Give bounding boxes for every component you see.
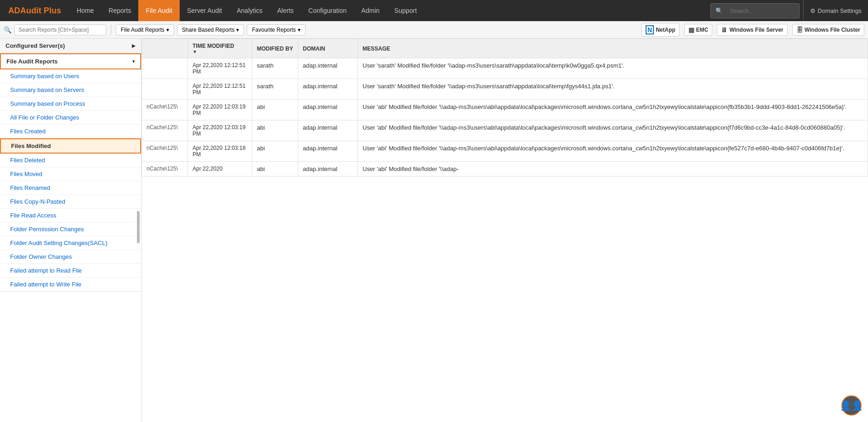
main-layout: Configured Server(s) ▶ File Audit Report… — [0, 39, 868, 422]
sort-arrow-icon: ▼ — [193, 49, 247, 54]
nav-admin[interactable]: Admin — [354, 0, 387, 21]
sidebar-item-failed-read[interactable]: Failed attempt to Read File — [0, 264, 141, 278]
col-message: MESSAGE — [358, 39, 868, 58]
col-domain: DOMAIN — [298, 39, 358, 58]
cell-modified-by: sarath — [252, 58, 298, 79]
sidebar-item-files-modified[interactable]: Files Modified — [0, 138, 141, 154]
sidebar-item-summary-servers[interactable]: Summary based on Servers — [0, 83, 141, 97]
chevron-down-icon: ▾ — [298, 27, 301, 33]
col-file — [142, 39, 188, 58]
top-search-input[interactable] — [726, 6, 790, 16]
nav-server-audit[interactable]: Server Audit — [180, 0, 229, 21]
sidebar-item-files-copy-paste[interactable]: Files Copy-N-Pasted — [0, 195, 141, 209]
table-row: nCache\125\ Apr 22,2020 abi adap.interna… — [142, 162, 868, 177]
cell-domain: adap.internal — [298, 141, 358, 162]
cell-message: User 'sarath' Modified file/folder '\\ad… — [358, 58, 868, 79]
chevron-down-icon: ▾ — [132, 59, 135, 64]
sidebar-item-folder-owner[interactable]: Folder Owner Changes — [0, 250, 141, 264]
cell-message: User 'abi' Modified file/folder '\\adap-… — [358, 100, 868, 120]
cell-time: Apr 22,2020 12:12:51 PM — [188, 79, 252, 100]
sidebar-item-folder-permission[interactable]: Folder Permission Changes — [0, 222, 141, 236]
brand-logo[interactable]: ADAudit Plus — [0, 6, 69, 16]
cell-domain: adap.internal — [298, 100, 358, 120]
file-audit-reports-section-header[interactable]: File Audit Reports ▾ — [0, 53, 141, 69]
cell-domain: adap.internal — [298, 162, 358, 177]
nav-alerts[interactable]: Alerts — [270, 0, 301, 21]
cell-domain: adap.internal — [298, 79, 358, 100]
nav-items: Home Reports File Audit Server Audit Ana… — [69, 0, 710, 21]
cell-message: User 'abi' Modified file/folder '\\adap-… — [358, 120, 868, 141]
chevron-right-icon: ▶ — [132, 43, 136, 48]
cell-file — [142, 58, 188, 79]
cell-domain: adap.internal — [298, 58, 358, 79]
sidebar-item-summary-process[interactable]: Summary based on Process — [0, 97, 141, 111]
chevron-down-icon: ▾ — [166, 27, 169, 33]
search-reports-input[interactable] — [14, 24, 106, 35]
windows-file-cluster-logo[interactable]: 🗄 Windows File Cluster — [792, 24, 864, 36]
domain-settings-button[interactable]: ⚙ Domain Settings — [803, 0, 868, 21]
sidebar-item-files-moved[interactable]: Files Moved — [0, 167, 141, 181]
person-icon-button[interactable]: 👤 — [841, 395, 862, 416]
table-row: nCache\125\ Apr 22,2020 12:03:19 PM abi … — [142, 120, 868, 141]
table-row: nCache\125\ Apr 22,2020 12:03:18 PM abi … — [142, 141, 868, 162]
configured-servers-header[interactable]: Configured Server(s) ▶ — [0, 39, 141, 53]
nav-file-audit[interactable]: File Audit — [138, 0, 180, 21]
cell-file: nCache\125\ — [142, 100, 188, 120]
nav-home[interactable]: Home — [69, 0, 101, 21]
cell-message: User 'sarath' Modified file/folder '\\ad… — [358, 79, 868, 100]
cell-modified-by: abi — [252, 141, 298, 162]
cell-time: Apr 22,2020 12:03:19 PM — [188, 100, 252, 120]
cell-message: User 'abi' Modified file/folder '\\adap- — [358, 162, 868, 177]
cell-time: Apr 22,2020 12:12:51 PM — [188, 58, 252, 79]
search-icon: 🔍 — [715, 7, 723, 14]
cell-modified-by: abi — [252, 162, 298, 177]
table-row: Apr 22,2020 12:12:51 PM sarath adap.inte… — [142, 58, 868, 79]
sidebar-item-files-created[interactable]: Files Created — [0, 125, 141, 138]
sidebar-item-failed-write[interactable]: Failed attempt to Write File — [0, 278, 141, 291]
favourite-reports-dropdown[interactable]: Favourite Reports ▾ — [247, 24, 305, 35]
cell-modified-by: sarath — [252, 79, 298, 100]
share-based-reports-dropdown[interactable]: Share Based Reports ▾ — [177, 24, 244, 35]
table-wrapper[interactable]: TIME MODIFIED ▼ MODIFIED BY DOMAIN MESSA… — [142, 39, 868, 422]
cell-domain: adap.internal — [298, 120, 358, 141]
table-row: Apr 22,2020 12:12:51 PM sarath adap.inte… — [142, 79, 868, 100]
cell-file: nCache\125\ — [142, 162, 188, 177]
content-area: TIME MODIFIED ▼ MODIFIED BY DOMAIN MESSA… — [142, 39, 868, 422]
table-header: TIME MODIFIED ▼ MODIFIED BY DOMAIN MESSA… — [142, 39, 868, 58]
nav-configuration[interactable]: Configuration — [301, 0, 354, 21]
cell-time: Apr 22,2020 — [188, 162, 252, 177]
cell-modified-by: abi — [252, 100, 298, 120]
top-navigation: ADAudit Plus Home Reports File Audit Ser… — [0, 0, 868, 21]
cell-time: Apr 22,2020 12:03:19 PM — [188, 120, 252, 141]
nav-analytics[interactable]: Analytics — [229, 0, 270, 21]
sidebar-item-files-renamed[interactable]: Files Renamed — [0, 181, 141, 195]
toolbar-divider-1 — [111, 24, 111, 35]
file-audit-reports-section: File Audit Reports ▾ Summary based on Us… — [0, 53, 141, 292]
emc-logo[interactable]: ▦ EMC — [684, 24, 713, 36]
cell-time: Apr 22,2020 12:03:18 PM — [188, 141, 252, 162]
sidebar-item-files-deleted[interactable]: Files Deleted — [0, 154, 141, 167]
search-reports-icon: 🔍 — [4, 26, 11, 34]
sidebar-item-file-read-access[interactable]: File Read Access — [0, 209, 141, 222]
cell-file — [142, 79, 188, 100]
sidebar-item-summary-users[interactable]: Summary based on Users — [0, 69, 141, 83]
sidebar: Configured Server(s) ▶ File Audit Report… — [0, 39, 142, 422]
nav-right: 🔍 ⚙ Domain Settings — [710, 0, 868, 21]
table-row: nCache\125\ Apr 22,2020 12:03:19 PM abi … — [142, 100, 868, 120]
cell-file: nCache\125\ — [142, 141, 188, 162]
table-body: Apr 22,2020 12:12:51 PM sarath adap.inte… — [142, 58, 868, 177]
files-modified-table: TIME MODIFIED ▼ MODIFIED BY DOMAIN MESSA… — [142, 39, 868, 177]
nav-reports[interactable]: Reports — [101, 0, 138, 21]
netapp-logo[interactable]: N NetApp — [641, 23, 680, 37]
brand-prefix: ADAudit — [8, 6, 41, 15]
chevron-down-icon: ▾ — [236, 27, 239, 33]
cell-modified-by: abi — [252, 120, 298, 141]
file-audit-reports-dropdown[interactable]: File Audit Reports ▾ — [116, 24, 174, 35]
sidebar-item-all-file-folder[interactable]: All File or Folder Changes — [0, 111, 141, 125]
windows-file-server-logo[interactable]: 🖥 Windows File Server — [717, 24, 787, 36]
sidebar-scrollbar[interactable] — [137, 211, 140, 243]
second-toolbar: 🔍 File Audit Reports ▾ Share Based Repor… — [0, 21, 868, 39]
nav-support[interactable]: Support — [387, 0, 424, 21]
sidebar-item-folder-audit-sacl[interactable]: Folder Audit Setting Changes(SACL) — [0, 236, 141, 250]
col-time-modified[interactable]: TIME MODIFIED ▼ — [188, 39, 252, 58]
